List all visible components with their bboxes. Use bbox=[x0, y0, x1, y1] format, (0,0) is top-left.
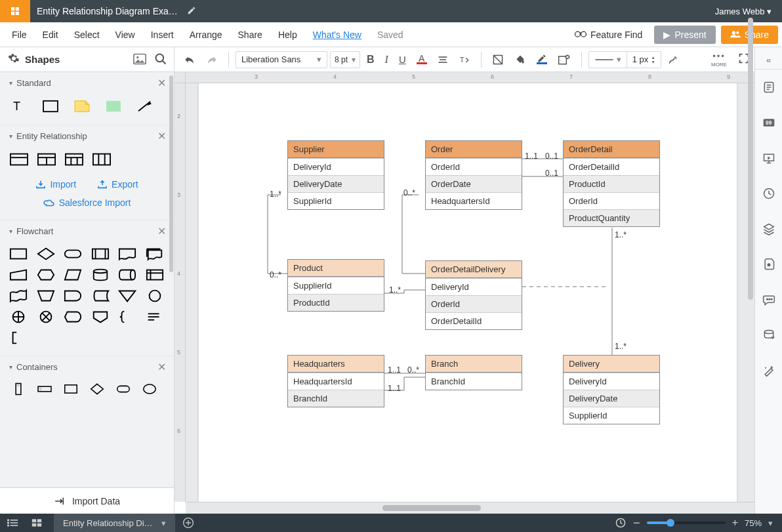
dock-magic-icon[interactable] bbox=[755, 353, 783, 388]
shape-er-4[interactable] bbox=[92, 152, 112, 167]
fc-directdata[interactable] bbox=[118, 268, 136, 282]
present-button[interactable]: ▶ Present bbox=[654, 26, 715, 44]
gear-icon[interactable] bbox=[8, 52, 20, 66]
fc-internal[interactable] bbox=[146, 268, 164, 282]
text-color-button[interactable]: A bbox=[413, 52, 431, 67]
app-logo[interactable] bbox=[0, 0, 30, 22]
shape-er-1[interactable] bbox=[9, 152, 29, 167]
entity-delivery[interactable]: Delivery DeliveryId DeliveryDate Supplie… bbox=[563, 355, 660, 424]
dock-layers-icon[interactable] bbox=[755, 211, 783, 247]
menu-whats-new[interactable]: What's New bbox=[305, 24, 369, 45]
fc-multidoc[interactable] bbox=[146, 247, 164, 261]
italic-button[interactable]: I bbox=[381, 51, 392, 68]
cont-3[interactable] bbox=[62, 382, 80, 396]
fc-bracer[interactable] bbox=[118, 310, 136, 324]
entity-branch[interactable]: Branch BranchId bbox=[425, 355, 522, 390]
dock-data-icon[interactable] bbox=[755, 317, 783, 353]
vertical-scrollbar[interactable] bbox=[747, 11, 754, 520]
cont-4[interactable] bbox=[88, 382, 106, 396]
shape-text[interactable]: T bbox=[9, 98, 29, 114]
dock-master-icon[interactable] bbox=[755, 247, 783, 282]
shape-er-3[interactable] bbox=[64, 152, 84, 167]
canvas[interactable]: 1..* 0..* 0..* 1..1 0..1 0..1 1..* 1..* … bbox=[186, 83, 754, 502]
fc-preparation[interactable] bbox=[37, 268, 55, 282]
menu-help[interactable]: Help bbox=[270, 24, 305, 45]
shape-rect[interactable] bbox=[41, 98, 60, 114]
import-link[interactable]: Import bbox=[35, 179, 76, 190]
diagram-page[interactable]: 1..* 0..* 0..* 1..1 0..1 0..1 1..* 1..* … bbox=[199, 83, 737, 502]
fc-manualinput[interactable] bbox=[9, 268, 28, 282]
panel-containers-head[interactable]: ▾Containers✕ bbox=[0, 356, 174, 377]
fc-sum[interactable] bbox=[37, 310, 55, 324]
close-icon[interactable]: ✕ bbox=[157, 77, 166, 89]
entity-headquarters[interactable]: Headquarters HeadquartersId BranchId bbox=[287, 355, 384, 407]
outline-view-button[interactable] bbox=[0, 514, 25, 532]
fc-or[interactable] bbox=[9, 310, 28, 324]
add-page-button[interactable] bbox=[179, 514, 197, 532]
entity-orderdetaildelivery[interactable]: OrderDetailDelivery DeliveryId OrderId O… bbox=[425, 260, 522, 330]
entity-supplier[interactable]: Supplier DeliveryId DeliveryDate Supplie… bbox=[287, 140, 384, 210]
menu-share[interactable]: Share bbox=[230, 24, 270, 45]
left-scrollbar[interactable] bbox=[169, 73, 174, 487]
menu-select[interactable]: Select bbox=[66, 24, 108, 45]
line-options-button[interactable] bbox=[664, 51, 685, 68]
zoom-in-button[interactable]: + bbox=[732, 517, 738, 529]
line-style[interactable]: ▾ 1 px▲▼ bbox=[588, 51, 662, 68]
menu-file[interactable]: File bbox=[4, 24, 35, 45]
fc-database[interactable] bbox=[91, 268, 110, 282]
document-title[interactable]: Entity Relationship Diagram Exa… bbox=[30, 6, 178, 16]
fc-offpage[interactable] bbox=[91, 310, 110, 324]
shape-note[interactable] bbox=[72, 98, 92, 114]
export-link[interactable]: Export bbox=[97, 179, 138, 190]
entity-orderdetail[interactable]: OrderDetail OrderDetailId ProductId Orde… bbox=[563, 140, 660, 227]
zoom-control[interactable]: − + 75% ▾ bbox=[633, 516, 782, 530]
dock-present-icon[interactable] bbox=[755, 140, 783, 176]
menu-view[interactable]: View bbox=[108, 24, 143, 45]
font-select[interactable]: Liberation Sans▾ bbox=[236, 51, 327, 68]
dock-notes-icon[interactable] bbox=[755, 70, 783, 105]
fc-manualop[interactable] bbox=[37, 289, 55, 303]
menu-insert[interactable]: Insert bbox=[143, 24, 182, 45]
import-data-button[interactable]: Import Data bbox=[0, 487, 174, 514]
shape-fill-button[interactable] bbox=[488, 51, 508, 68]
cont-1[interactable] bbox=[9, 382, 28, 396]
dock-comments-icon[interactable]: 99 bbox=[755, 105, 783, 140]
fc-bracketl[interactable] bbox=[9, 331, 28, 345]
fc-decision[interactable] bbox=[37, 247, 55, 261]
menu-edit[interactable]: Edit bbox=[35, 24, 66, 45]
image-icon[interactable] bbox=[133, 53, 146, 67]
dock-chat-icon[interactable] bbox=[755, 282, 783, 317]
text-options-button[interactable]: T bbox=[455, 52, 474, 68]
horizontal-scrollbar[interactable] bbox=[186, 502, 754, 514]
panel-entity-head[interactable]: ▾Entity Relationship✕ bbox=[0, 125, 174, 146]
dock-history-icon[interactable] bbox=[755, 176, 783, 211]
fc-note[interactable] bbox=[146, 310, 164, 324]
fc-document[interactable] bbox=[118, 247, 136, 261]
shape-er-2[interactable] bbox=[37, 152, 56, 167]
zoom-out-button[interactable]: − bbox=[633, 516, 640, 530]
grid-view-button[interactable] bbox=[25, 514, 49, 532]
ruler-horizontal[interactable]: 3 4 5 6 7 8 9 bbox=[186, 72, 754, 83]
fc-process[interactable] bbox=[9, 247, 28, 261]
fc-merge[interactable] bbox=[118, 289, 136, 303]
fc-delay[interactable] bbox=[64, 289, 82, 303]
fc-storeddata[interactable] bbox=[91, 289, 110, 303]
shape-options-button[interactable] bbox=[554, 51, 575, 68]
align-button[interactable] bbox=[434, 52, 452, 67]
panel-standard-head[interactable]: ▾Standard✕ bbox=[0, 72, 174, 93]
cont-5[interactable] bbox=[114, 382, 133, 396]
cont-6[interactable] bbox=[140, 382, 159, 396]
collapse-dock-button[interactable]: « bbox=[755, 51, 782, 70]
underline-button[interactable]: U bbox=[395, 51, 410, 68]
redo-button[interactable] bbox=[202, 52, 222, 68]
fc-papertape[interactable] bbox=[9, 289, 28, 303]
fill-color-button[interactable] bbox=[510, 51, 530, 68]
close-icon[interactable]: ✕ bbox=[157, 225, 166, 237]
search-icon[interactable] bbox=[154, 52, 167, 68]
fc-terminator[interactable] bbox=[64, 247, 82, 261]
undo-button[interactable] bbox=[180, 52, 199, 68]
ruler-vertical[interactable]: 2 3 4 5 6 bbox=[175, 83, 186, 502]
fc-display[interactable] bbox=[64, 310, 82, 324]
bold-button[interactable]: B bbox=[363, 51, 379, 68]
entity-order[interactable]: Order OrderId OrderDate HeadquartersId bbox=[425, 140, 522, 210]
